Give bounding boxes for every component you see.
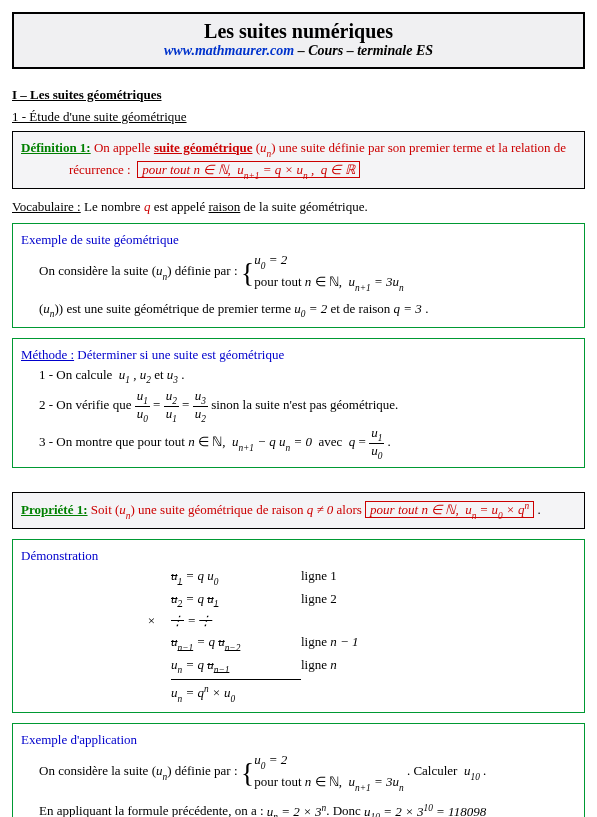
property-1-label: Propriété 1: — [21, 502, 88, 517]
property-1-box: Propriété 1: Soit (un) une suite géométr… — [12, 492, 585, 529]
example-geom-box: Exemple de suite géométrique On considèr… — [12, 223, 585, 327]
method-head: Méthode : — [21, 347, 74, 362]
definition-1-text-a: On appelle — [91, 140, 154, 155]
definition-1-term: suite géométrique — [154, 140, 253, 155]
page-title: Les suites numériques — [18, 20, 579, 43]
subtitle: www.mathmaurer.com – Cours – terminale E… — [18, 43, 579, 59]
definition-1-formula-box: pour tout n ∈ ℕ, un+1 = q × un , q ∈ ℝ — [137, 161, 359, 178]
example-geom-head: Exemple de suite géométrique — [21, 232, 179, 247]
section-heading: I – Les suites géométriques — [12, 87, 585, 103]
brace-icon: { — [241, 260, 254, 285]
definition-1-label: Définition 1: — [21, 140, 91, 155]
demonstration-box: Démonstration u1 = q u0ligne 1 u2 = q u1… — [12, 539, 585, 713]
subtitle-rest: – Cours – terminale ES — [294, 43, 433, 58]
definition-1-text-d: une suite définie par son premier terme … — [279, 140, 566, 155]
brace-icon: { — [241, 760, 254, 785]
property-1-formula-box: pour tout n ∈ ℕ, un = u0 × qn — [365, 501, 534, 518]
example-application-box: Exemple d'application On considère la su… — [12, 723, 585, 817]
example-application-head: Exemple d'application — [21, 732, 137, 747]
vocabulary-line: Vocabulaire : Le nombre q est appelé rai… — [12, 199, 585, 215]
title-box: Les suites numériques www.mathmaurer.com… — [12, 12, 585, 69]
subsection-heading: 1 - Étude d'une suite géométrique — [12, 109, 585, 125]
demonstration-head: Démonstration — [21, 548, 98, 563]
site-link[interactable]: www.mathmaurer.com — [164, 43, 294, 58]
method-box: Méthode : Déterminer si une suite est gé… — [12, 338, 585, 468]
definition-1-box: Définition 1: On appelle suite géométriq… — [12, 131, 585, 189]
